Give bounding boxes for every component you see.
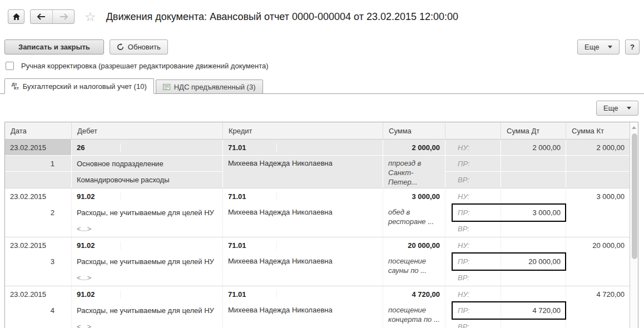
sum-dt-nu-cell[interactable]: [501, 286, 566, 302]
date-cell[interactable]: 23.02.2015: [5, 140, 72, 156]
description-cell[interactable]: ппроезд в Санкт-Петер...: [383, 156, 445, 188]
sum-kt-nu-cell[interactable]: 3 000,00: [566, 188, 630, 205]
help-button[interactable]: ?: [625, 39, 640, 54]
manual-correction-checkbox[interactable]: [6, 62, 14, 70]
sum-dt-nu-cell[interactable]: [501, 188, 566, 205]
tab-vat-presented[interactable]: НДС предъявленный (3): [156, 79, 263, 94]
manual-correction-row: Ручная корректировка (разрешает редактир…: [6, 62, 644, 70]
debit-analytics-2-cell[interactable]: <...>: [72, 319, 223, 328]
description-cell[interactable]: посещение сауны по ...: [383, 254, 445, 286]
sum-kt-nu-cell[interactable]: 4 720,00: [566, 286, 630, 302]
header-cell-extra[interactable]: [445, 122, 501, 139]
tax-label-nu[interactable]: НУ:: [445, 286, 501, 302]
sum-dt-pr-cell[interactable]: 20 000,00: [501, 254, 566, 270]
debit-account-cell[interactable]: 26: [72, 140, 223, 156]
credit-analytics-cell[interactable]: Михеева Надежда Николаевна: [223, 302, 383, 328]
sum-kt-pr-cell[interactable]: [566, 254, 630, 270]
more-button[interactable]: Еще: [577, 39, 620, 54]
sum-kt-vr-cell[interactable]: [566, 319, 630, 328]
credit-analytics-cell[interactable]: Михеева Надежда Николаевна: [223, 205, 383, 237]
debit-analytics-1-cell[interactable]: Расходы, не учитываемые для целей НУ: [72, 254, 223, 270]
sum-kt-nu-cell[interactable]: 20 000,00: [566, 237, 630, 254]
date-cell[interactable]: 23.02.2015: [5, 286, 72, 302]
credit-analytics-cell[interactable]: Михеева Надежда Николаевна: [223, 254, 383, 286]
row-number-cell[interactable]: 2: [5, 205, 72, 221]
sum-kt-vr-cell[interactable]: [566, 270, 630, 286]
row-number-cell[interactable]: 4: [5, 302, 72, 319]
header-cell-amount-dt[interactable]: Сумма Дт: [501, 122, 566, 139]
sum-kt-nu-cell[interactable]: 2 000,00: [566, 140, 630, 156]
header-cell-amount[interactable]: Сумма: [383, 122, 445, 139]
forward-button[interactable]: [52, 10, 74, 23]
posting-row-2: 23.02.2015 91.02 71.01 3 000,00 НУ: 3 00…: [5, 188, 630, 237]
forward-arrow-icon: [59, 13, 68, 20]
sum-dt-vr-cell[interactable]: [501, 319, 566, 328]
tab-accounting-tax[interactable]: ДтКт Бухгалтерский и налоговый учет (10): [4, 78, 154, 94]
sum-dt-pr-cell[interactable]: 3 000,00: [501, 205, 566, 221]
credit-account-cell[interactable]: 71.01: [223, 237, 383, 254]
debit-analytics-2-cell[interactable]: <...>: [72, 270, 223, 286]
credit-analytics-cell[interactable]: Михеева Надежда Николаевна: [223, 156, 383, 188]
amount-cell[interactable]: 20 000,00: [383, 237, 445, 254]
debit-analytics-1-cell[interactable]: Расходы, не учитываемые для целей НУ: [72, 205, 223, 221]
row-number-cell[interactable]: 1: [5, 156, 72, 172]
sum-dt-vr-cell[interactable]: [501, 172, 566, 188]
save-close-button[interactable]: Записать и закрыть: [4, 39, 104, 54]
header-cell-date[interactable]: Дата: [5, 122, 72, 139]
sum-kt-pr-cell[interactable]: [566, 205, 630, 221]
debit-account-cell[interactable]: 91.02: [72, 286, 223, 302]
tax-label-pr[interactable]: ПР:: [445, 156, 501, 172]
tax-label-nu[interactable]: НУ:: [445, 188, 501, 205]
sum-dt-nu-cell[interactable]: [501, 237, 566, 254]
debit-account-cell[interactable]: 91.02: [72, 188, 223, 205]
tax-label-pr[interactable]: ПР:: [445, 302, 501, 319]
posting-row-4: 23.02.2015 91.02 71.01 4 720,00 НУ: 4 72…: [5, 286, 630, 328]
credit-account-cell[interactable]: 71.01: [223, 286, 383, 302]
scrollbar-thumb[interactable]: [632, 133, 637, 259]
debit-analytics-1-cell[interactable]: Основное подразделение: [72, 156, 223, 172]
tax-label-nu[interactable]: НУ:: [445, 140, 501, 156]
credit-account-cell[interactable]: 71.01: [223, 188, 383, 205]
tax-label-vr[interactable]: ВР:: [445, 221, 501, 237]
grid-more-button[interactable]: Еще: [596, 101, 638, 116]
sum-dt-pr-cell[interactable]: 4 720,00: [501, 302, 566, 319]
debit-analytics-2-cell[interactable]: <...>: [72, 221, 223, 237]
tax-label-vr[interactable]: ВР:: [445, 172, 501, 188]
date-cell[interactable]: 23.02.2015: [5, 188, 72, 205]
sum-kt-pr-cell[interactable]: [566, 156, 630, 172]
sum-dt-vr-cell[interactable]: [501, 221, 566, 237]
header-cell-debit[interactable]: Дебет: [72, 122, 223, 139]
sum-dt-nu-cell[interactable]: 2 000,00: [501, 140, 566, 156]
amount-cell[interactable]: 2 000,00: [383, 140, 445, 156]
credit-account-cell[interactable]: 71.01: [223, 140, 383, 156]
refresh-button[interactable]: Обновить: [110, 39, 168, 54]
date-cell[interactable]: 23.02.2015: [5, 237, 72, 254]
scroll-up-button[interactable]: [630, 122, 638, 130]
sum-kt-pr-cell[interactable]: [566, 302, 630, 319]
description-cell[interactable]: обед в ресторане ...: [383, 205, 445, 237]
sum-kt-vr-cell[interactable]: [566, 221, 630, 237]
debit-account-cell[interactable]: 91.02: [72, 237, 223, 254]
header-cell-credit[interactable]: Кредит: [223, 122, 383, 139]
tab-vat-presented-label: НДС предъявленный (3): [174, 83, 256, 91]
row-number-cell[interactable]: 3: [5, 254, 72, 270]
sum-kt-vr-cell[interactable]: [566, 172, 630, 188]
vertical-scrollbar[interactable]: [630, 122, 638, 328]
amount-cell[interactable]: 4 720,00: [383, 286, 445, 302]
sum-dt-pr-cell[interactable]: [501, 156, 566, 172]
favorite-star-icon[interactable]: [85, 11, 96, 22]
debit-analytics-2-cell[interactable]: Командировочные расходы: [72, 172, 223, 188]
tax-label-pr[interactable]: ПР:: [445, 205, 501, 221]
home-button[interactable]: [8, 9, 24, 24]
sum-dt-vr-cell[interactable]: [501, 270, 566, 286]
history-nav-group: [30, 9, 75, 24]
tax-label-pr[interactable]: ПР:: [445, 254, 501, 270]
debit-analytics-1-cell[interactable]: Расходы, не учитываемые для целей НУ: [72, 302, 223, 319]
tax-label-vr[interactable]: ВР:: [445, 319, 501, 328]
tax-label-vr[interactable]: ВР:: [445, 270, 501, 286]
amount-cell[interactable]: 3 000,00: [383, 188, 445, 205]
back-button[interactable]: [31, 10, 52, 23]
description-cell[interactable]: посещение концерта по ...: [383, 302, 445, 328]
tax-label-nu[interactable]: НУ:: [445, 237, 501, 254]
header-cell-amount-kt[interactable]: Сумма Кт: [566, 122, 630, 139]
